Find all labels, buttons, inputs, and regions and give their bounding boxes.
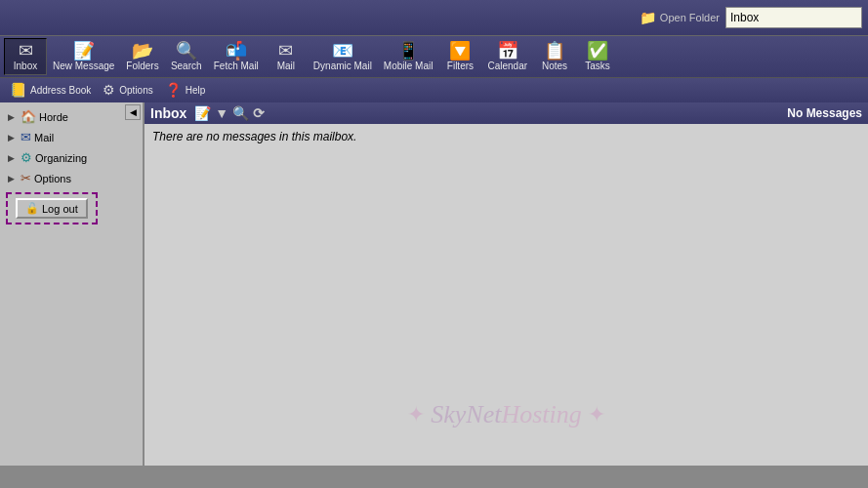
inbox-title: Inbox xyxy=(150,105,186,121)
folders-button[interactable]: 📂 Folders xyxy=(120,39,164,74)
dynamic-mail-label: Dynamic Mail xyxy=(313,61,372,71)
notes-icon: 📋 xyxy=(544,42,565,60)
mail-sidebar-label: Mail xyxy=(34,132,54,143)
inbox-button[interactable]: ✉ Inbox xyxy=(4,38,47,75)
fetch-mail-label: Fetch Mail xyxy=(214,61,259,71)
empty-mailbox-message: There are no messages in this mailbox. xyxy=(145,124,868,466)
notes-label: Notes xyxy=(542,61,567,71)
expand-organizing-icon: ▶ xyxy=(8,153,18,163)
inbox-label: Inbox xyxy=(14,61,37,71)
folder-input[interactable] xyxy=(725,7,862,28)
logout-icon: 🔓 xyxy=(25,202,39,215)
notes-button[interactable]: 📋 Notes xyxy=(533,39,576,74)
dynamic-mail-button[interactable]: 📧 Dynamic Mail xyxy=(308,39,378,74)
logout-dashed-border: 🔓 Log out xyxy=(6,192,98,224)
main-content: Inbox 📝 ▼ 🔍 ⟳ No Messages There are no m… xyxy=(145,102,868,466)
inbox-refresh-icon[interactable]: ⟳ xyxy=(253,105,265,121)
expand-mail-icon: ▶ xyxy=(8,133,18,142)
mobile-mail-button[interactable]: 📱 Mobile Mail xyxy=(378,39,439,74)
open-folder-container: 📁 Open Folder xyxy=(640,10,720,25)
layout: ◀ ▶ 🏠 Horde ▶ ✉ Mail ▶ ⚙ Organizing ▶ ✂ … xyxy=(0,102,868,466)
mail-button[interactable]: ✉ Mail xyxy=(265,39,308,74)
fetch-mail-button[interactable]: 📬 Fetch Mail xyxy=(208,39,265,74)
open-folder-label: Open Folder xyxy=(660,12,720,23)
address-book-button[interactable]: 📒 Address Book xyxy=(4,80,97,101)
organizing-label: Organizing xyxy=(35,152,87,164)
options-sidebar-icon: ✂ xyxy=(21,171,31,185)
mail-label: Mail xyxy=(277,61,295,71)
new-message-button[interactable]: 📝 New Message xyxy=(47,39,120,74)
dynamic-mail-icon: 📧 xyxy=(332,42,353,60)
mail-sidebar-icon: ✉ xyxy=(21,130,31,144)
no-messages-label: No Messages xyxy=(787,106,862,120)
help-icon: ❓ xyxy=(165,83,182,97)
options-label: Options xyxy=(119,85,152,96)
mail-icon: ✉ xyxy=(278,42,293,60)
horde-icon: 🏠 xyxy=(21,109,36,124)
logout-button[interactable]: 🔓 Log out xyxy=(16,198,88,219)
expand-horde-icon: ▶ xyxy=(8,112,18,122)
folders-label: Folders xyxy=(126,61,158,71)
inbox-icon: ✉ xyxy=(19,42,33,60)
mobile-mail-icon: 📱 xyxy=(397,42,419,60)
help-label: Help xyxy=(186,85,206,96)
inbox-filter-icon[interactable]: ▼ xyxy=(215,105,228,121)
top-bar: 📁 Open Folder xyxy=(0,0,868,35)
folders-icon: 📂 xyxy=(132,42,153,60)
expand-options-icon: ▶ xyxy=(8,174,18,183)
options-button[interactable]: ⚙ Options xyxy=(97,80,158,101)
logout-label: Log out xyxy=(42,203,78,215)
options-icon: ⚙ xyxy=(103,83,115,97)
secondary-toolbar: 📒 Address Book ⚙ Options ❓ Help xyxy=(0,77,868,102)
filters-label: Filters xyxy=(447,61,474,71)
tasks-button[interactable]: ✅ Tasks xyxy=(576,39,619,74)
address-book-label: Address Book xyxy=(30,85,91,96)
horde-label: Horde xyxy=(39,111,68,123)
search-icon: 🔍 xyxy=(176,42,197,60)
sidebar-toggle[interactable]: ◀ xyxy=(125,104,141,120)
search-label: Search xyxy=(171,61,202,71)
fetch-mail-icon: 📬 xyxy=(226,42,247,60)
new-message-icon: 📝 xyxy=(73,42,95,60)
calendar-icon: 📅 xyxy=(497,42,518,60)
help-button[interactable]: ❓ Help xyxy=(159,80,212,101)
organizing-icon: ⚙ xyxy=(21,150,32,165)
main-toolbar: ✉ Inbox 📝 New Message 📂 Folders 🔍 Search… xyxy=(0,35,868,77)
empty-mailbox-text: There are no messages in this mailbox. xyxy=(152,130,356,143)
new-message-label: New Message xyxy=(53,61,114,71)
filters-icon: 🔽 xyxy=(449,42,471,60)
tasks-icon: ✅ xyxy=(587,42,608,60)
tasks-label: Tasks xyxy=(585,61,610,71)
address-book-icon: 📒 xyxy=(10,83,26,97)
search-button[interactable]: 🔍 Search xyxy=(165,39,208,74)
options-sidebar-label: Options xyxy=(34,173,71,184)
sidebar-item-options[interactable]: ▶ ✂ Options xyxy=(0,168,143,188)
calendar-button[interactable]: 📅 Calendar xyxy=(481,39,533,74)
inbox-search-icon[interactable]: 🔍 xyxy=(232,105,249,121)
mobile-mail-label: Mobile Mail xyxy=(384,61,434,71)
inbox-bar: Inbox 📝 ▼ 🔍 ⟳ No Messages xyxy=(145,102,868,124)
filters-button[interactable]: 🔽 Filters xyxy=(438,39,481,74)
sidebar: ◀ ▶ 🏠 Horde ▶ ✉ Mail ▶ ⚙ Organizing ▶ ✂ … xyxy=(0,102,145,466)
inbox-bar-icons: 📝 ▼ 🔍 ⟳ xyxy=(194,105,265,121)
calendar-label: Calendar xyxy=(487,61,527,71)
folder-icon: 📁 xyxy=(640,10,656,25)
sidebar-item-mail[interactable]: ▶ ✉ Mail xyxy=(0,127,143,147)
sidebar-item-organizing[interactable]: ▶ ⚙ Organizing xyxy=(0,147,143,168)
sidebar-item-horde[interactable]: ▶ 🏠 Horde xyxy=(0,106,143,127)
inbox-compose-icon[interactable]: 📝 xyxy=(194,105,211,121)
